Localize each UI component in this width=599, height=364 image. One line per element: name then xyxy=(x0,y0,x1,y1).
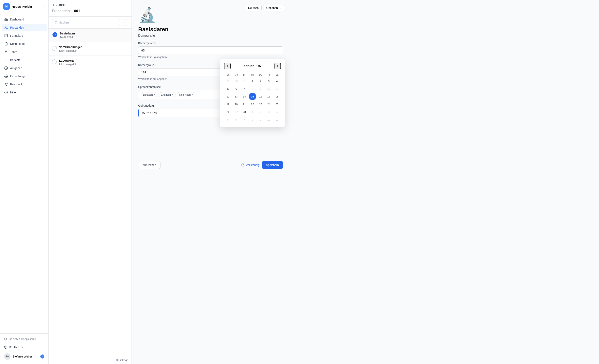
koerpergewicht-hint: Wert bitte in kg angeben. xyxy=(138,55,283,59)
search-input[interactable] xyxy=(59,21,117,24)
search-row xyxy=(49,17,132,29)
koerpergewicht-label: Körpergewicht xyxy=(138,42,283,45)
cal-day-22[interactable]: 22 xyxy=(249,100,256,108)
cal-day-5[interactable]: 5 xyxy=(224,85,232,92)
cal-day-9[interactable]: 9 xyxy=(257,85,264,92)
user-profile[interactable]: SW Stefanie Weber 0 xyxy=(2,351,47,362)
globe-icon xyxy=(4,346,7,349)
search-icon xyxy=(54,21,58,24)
docs-icon xyxy=(4,42,8,46)
sidebar-item-label: Feedback xyxy=(10,83,23,86)
tag-close-italienisch[interactable]: × xyxy=(192,93,193,96)
tag-close-deutsch[interactable]: × xyxy=(154,93,155,96)
sidebar-item-feedback[interactable]: Feedback xyxy=(2,80,47,88)
cal-day-11[interactable]: 11 xyxy=(273,85,281,92)
day-header-mi: Mi xyxy=(249,72,256,77)
notification-badge: 0 xyxy=(40,355,44,358)
cal-day-4[interactable]: 4 xyxy=(273,77,281,85)
breadcrumb-current: 001 xyxy=(74,9,80,13)
sidebar: N Neues Projekt Dashboard Probanden Form xyxy=(0,0,49,364)
cal-day-16[interactable]: 16 xyxy=(257,93,264,100)
cal-day-20[interactable]: 20 xyxy=(232,100,240,108)
form-container: Deutsch Optionen 🔬 Basisdaten Demografie… xyxy=(132,0,290,181)
sidebar-item-hilfe[interactable]: Hilfe xyxy=(2,89,47,96)
cal-day-24[interactable]: 24 xyxy=(265,100,273,108)
sidebar-item-dashboard[interactable]: Dashboard xyxy=(2,16,47,23)
cal-day-7[interactable]: 7 xyxy=(241,85,248,92)
offline-icon xyxy=(4,338,7,340)
offline-notice: Sie nutzen die App offline xyxy=(2,336,47,342)
calendar-next-button[interactable] xyxy=(274,63,281,69)
breadcrumb: Probanden › 001 xyxy=(52,9,128,13)
project-chevron-icon[interactable] xyxy=(42,5,45,8)
sidebar-item-formulare[interactable]: Formulare xyxy=(2,32,47,40)
cal-day-15[interactable]: 15 xyxy=(249,93,256,100)
cal-day-12[interactable]: 12 xyxy=(224,93,232,100)
cal-day-19[interactable]: 19 xyxy=(224,100,232,108)
user-avatar: SW xyxy=(4,353,10,360)
action-row: Abbrechen Vollständig Speichern xyxy=(138,158,283,169)
day-header-di: Di xyxy=(240,72,248,77)
language-selector[interactable]: Deutsch xyxy=(2,344,47,351)
sidebar-item-label: Team xyxy=(10,50,17,53)
chart-icon xyxy=(4,58,8,62)
cal-day-18[interactable]: 18 xyxy=(273,93,281,100)
cal-day-28[interactable]: 28 xyxy=(241,108,248,115)
cal-day-1[interactable]: 1 xyxy=(249,77,256,85)
sidebar-item-aufgaben[interactable]: Aufgaben xyxy=(2,64,47,72)
koerpergewicht-input[interactable] xyxy=(138,46,283,54)
cal-day-next2: 2 xyxy=(257,108,264,115)
cal-day-25[interactable]: 25 xyxy=(273,100,281,108)
calendar-month: Februar xyxy=(242,64,254,68)
cal-day-2[interactable]: 2 xyxy=(257,77,264,85)
cancel-button[interactable]: Abbrechen xyxy=(138,161,160,169)
complete-button[interactable]: Vollständig xyxy=(241,163,260,167)
list-item-title: Basisdaten xyxy=(60,32,128,35)
cal-day-3[interactable]: 3 xyxy=(265,77,273,85)
svg-point-21 xyxy=(124,22,124,23)
back-button[interactable]: Zurück xyxy=(52,3,65,7)
sidebar-item-label: Berichte xyxy=(10,58,20,62)
check-icon xyxy=(53,32,57,37)
language-button[interactable]: Deutsch xyxy=(245,5,262,11)
cal-day-17[interactable]: 17 xyxy=(265,93,273,100)
more-button[interactable] xyxy=(122,19,128,26)
language-label: Deutsch xyxy=(9,346,19,349)
svg-point-19 xyxy=(55,21,57,23)
cal-day-next8: 8 xyxy=(249,116,256,123)
cal-day-6[interactable]: 6 xyxy=(232,85,240,92)
calendar-prev-button[interactable] xyxy=(224,63,231,69)
check-circle-icon xyxy=(241,163,245,167)
team-icon xyxy=(4,50,8,54)
more-horizontal-icon xyxy=(123,21,127,24)
list-item-content: Basisdaten 14.02.2024 xyxy=(60,32,128,39)
chevron-down-icon xyxy=(21,346,24,349)
cal-day-23[interactable]: 23 xyxy=(257,100,264,108)
main-content: Deutsch Optionen 🔬 Basisdaten Demografie… xyxy=(132,0,599,364)
cal-day-8[interactable]: 8 xyxy=(249,85,256,92)
sidebar-item-berichte[interactable]: Berichte xyxy=(2,56,47,64)
svg-point-0 xyxy=(5,26,6,27)
sidebar-item-label: Einstellungen xyxy=(10,75,27,78)
cal-day-14[interactable]: 14 xyxy=(241,93,248,100)
back-icon xyxy=(52,3,55,6)
sidebar-item-dokumente[interactable]: Dokumente xyxy=(2,40,47,48)
tag-close-englisch[interactable]: × xyxy=(172,93,173,96)
cal-day-26[interactable]: 26 xyxy=(224,108,232,115)
sidebar-item-team[interactable]: Team xyxy=(2,48,47,56)
list-item[interactable]: Laborwerte Nicht ausgefüllt xyxy=(49,56,132,69)
cal-day-27[interactable]: 27 xyxy=(232,108,240,115)
options-button[interactable]: Optionen xyxy=(263,5,285,11)
cal-day-13[interactable]: 13 xyxy=(232,93,240,100)
breadcrumb-parent[interactable]: Probanden xyxy=(52,9,70,13)
calendar-month-year: Februar 1978 xyxy=(242,64,263,68)
list-item[interactable]: Basisdaten 14.02.2024 xyxy=(49,29,132,42)
save-button[interactable]: Speichern xyxy=(262,161,283,169)
sidebar-item-einstellungen[interactable]: Einstellungen xyxy=(2,72,47,80)
cal-day-10[interactable]: 10 xyxy=(265,85,273,92)
sidebar-item-probanden[interactable]: Probanden xyxy=(2,24,47,31)
list-item[interactable]: Vorerkrankungen Nicht ausgefüllt xyxy=(49,42,132,56)
cal-day-21[interactable]: 21 xyxy=(241,100,248,108)
btn-group: Vollständig Speichern xyxy=(241,161,283,169)
cal-day-next6: 6 xyxy=(232,116,240,123)
